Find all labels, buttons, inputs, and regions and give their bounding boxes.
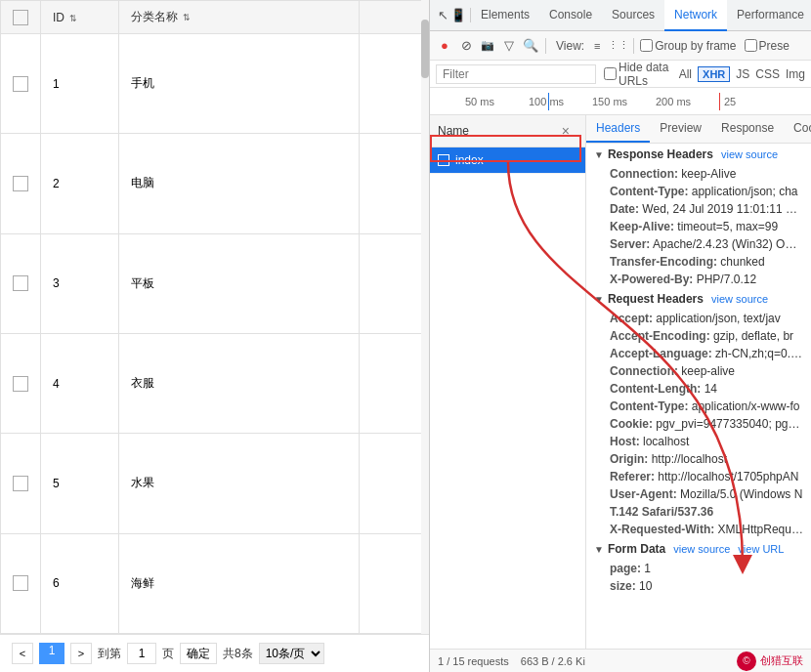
timeline-200ms: 200 ms — [656, 96, 691, 107]
page-input[interactable] — [127, 643, 156, 664]
clear-btn[interactable]: ⊘ — [457, 37, 475, 55]
table-row: 2 电脑 — [1, 134, 429, 233]
response-header-row: Transfer-Encoding: chunked — [586, 253, 811, 271]
status-bar: 1 / 15 requests 663 B / 2.6 Ki © 创猎互联 — [430, 649, 811, 672]
view-label: View: — [556, 39, 584, 53]
next-page-btn[interactable]: > — [70, 643, 92, 664]
search-btn[interactable]: 🔍 — [522, 37, 539, 55]
hide-data-urls-checkbox[interactable] — [604, 67, 617, 80]
inspect-icon[interactable]: ↖ — [438, 8, 448, 22]
row-checkbox[interactable] — [13, 476, 28, 491]
filter-input[interactable] — [436, 64, 596, 84]
watermark-icon: © — [737, 651, 756, 671]
preserve-log-checkbox[interactable] — [745, 39, 757, 52]
request-header-row: Host: localhost — [586, 433, 811, 450]
filter-bar: Hide data URLs All XHR JS CSS Img — [430, 61, 811, 88]
group-by-frame-checkbox[interactable] — [640, 39, 653, 52]
xhr-filter-btn[interactable]: XHR — [698, 66, 730, 82]
detail-tab-headers[interactable]: Headers — [586, 115, 650, 143]
response-header-row: X-Powered-By: PHP/7.0.12 — [586, 271, 811, 288]
form-data-row: size: 10 — [586, 577, 811, 595]
response-headers-view-source[interactable]: view source — [721, 148, 778, 160]
response-headers-rows: Connection: keep-AliveContent-Type: appl… — [586, 165, 811, 288]
row-checkbox-cell — [1, 134, 41, 233]
row-checkbox[interactable] — [13, 575, 28, 591]
list-view-btn[interactable]: ≡ — [588, 37, 606, 55]
row-checkbox[interactable] — [13, 76, 28, 92]
js-filter-btn[interactable]: JS — [736, 67, 749, 81]
confirm-btn[interactable]: 确定 — [180, 643, 217, 664]
request-headers-view-source[interactable]: view source — [711, 293, 768, 305]
request-header-row: Content-Type: application/x-www-fo — [586, 398, 811, 415]
tab-sources[interactable]: Sources — [602, 0, 664, 31]
devtools-toolbar: ● ⊘ 📷 ▽ 🔍 View: ≡ ⋮⋮ Group by frame Pres… — [430, 31, 811, 61]
scroll-thumb[interactable] — [421, 20, 429, 78]
tab-elements[interactable]: Elements — [471, 0, 539, 31]
tab-console[interactable]: Console — [539, 0, 602, 31]
detail-tabs: Headers Preview Response Coo — [586, 115, 811, 144]
row-name: 海鲜 — [119, 533, 360, 633]
close-details-btn[interactable]: × — [554, 119, 577, 143]
request-header-row: X-Requested-With: XMLHttpRequest — [586, 521, 811, 538]
form-data-rows: page: 1size: 10 — [586, 560, 811, 595]
status-size: 663 B / 2.6 Ki — [521, 655, 585, 667]
row-checkbox[interactable] — [13, 176, 28, 191]
timeline-red-marker — [719, 93, 720, 110]
detail-tab-preview[interactable]: Preview — [650, 115, 711, 143]
row-checkbox-cell — [1, 333, 41, 433]
record-btn[interactable]: ● — [436, 37, 453, 55]
detail-tab-response[interactable]: Response — [711, 115, 784, 143]
sort-icon-id: ⇅ — [69, 14, 77, 23]
group-by-frame-label[interactable]: Group by frame — [640, 39, 736, 53]
css-filter-btn[interactable]: CSS — [755, 67, 780, 81]
timeline-25: 25 — [724, 96, 736, 107]
header-checkbox[interactable] — [13, 10, 28, 25]
request-header-row: Referer: http://localhost/1705phpAN — [586, 468, 811, 485]
prev-page-btn[interactable]: < — [12, 643, 33, 664]
tab-network[interactable]: Network — [664, 0, 727, 31]
row-actions — [359, 34, 428, 134]
col-category: 分类名称 ⇅ — [119, 1, 360, 34]
preserve-log-label[interactable]: Prese — [745, 39, 790, 53]
devtools-panel: ↖ 📱 Elements Console Sources Network Per… — [430, 0, 811, 672]
camera-btn[interactable]: 📷 — [479, 37, 496, 55]
status-requests: 1 / 15 requests — [438, 655, 509, 667]
response-header-row: Connection: keep-Alive — [586, 165, 811, 183]
per-page-select[interactable]: 10条/页 20条/页 50条/页 — [259, 643, 324, 664]
filter-options: Hide data URLs All XHR JS CSS Img — [604, 61, 805, 88]
row-checkbox[interactable] — [13, 275, 28, 291]
mobile-icon[interactable]: 📱 — [450, 8, 466, 22]
row-name: 水果 — [119, 434, 360, 533]
sort-icon-category: ⇅ — [183, 13, 191, 22]
detail-tab-cookies[interactable]: Coo — [784, 115, 811, 143]
row-checkbox[interactable] — [13, 376, 28, 392]
watermark: © 创猎互联 — [737, 651, 803, 671]
form-data-view-url[interactable]: view URL — [738, 543, 784, 555]
all-filter-btn[interactable]: All — [679, 67, 692, 81]
timeline-bar: 50 ms 100 ms 150 ms 200 ms 25 — [430, 88, 811, 115]
response-headers-section[interactable]: ▼ Response Headers view source — [586, 144, 811, 165]
img-filter-btn[interactable]: Img — [786, 67, 805, 81]
table-row: 5 水果 — [1, 434, 429, 533]
row-checkbox-cell — [1, 533, 41, 633]
tab-performance[interactable]: Performance — [727, 0, 811, 31]
table-row: 6 海鲜 — [1, 533, 429, 633]
details-panel: Headers Preview Response Coo ▼ Response … — [586, 115, 811, 649]
timeline-150ms: 150 ms — [592, 96, 627, 107]
request-item-index[interactable]: index — [430, 147, 585, 174]
scrollbar[interactable] — [421, 0, 429, 634]
row-id: 2 — [41, 134, 119, 233]
toolbar-divider-2 — [633, 38, 634, 54]
request-list-header: Name × — [430, 115, 585, 147]
grid-view-btn[interactable]: ⋮⋮ — [610, 37, 627, 55]
form-data-section[interactable]: ▼ Form Data view source view URL — [586, 538, 811, 560]
request-header-row: Connection: keep-alive — [586, 362, 811, 380]
row-name: 手机 — [119, 34, 360, 134]
request-headers-section[interactable]: ▼ Request Headers view source — [586, 288, 811, 310]
table-row: 3 平板 — [1, 233, 429, 333]
response-headers-title: Response Headers — [608, 147, 713, 161]
filter-toggle-btn[interactable]: ▽ — [500, 37, 518, 55]
hide-data-urls-label[interactable]: Hide data URLs — [604, 61, 673, 88]
request-list: Name × index — [430, 115, 586, 649]
form-data-view-source[interactable]: view source — [673, 543, 730, 555]
